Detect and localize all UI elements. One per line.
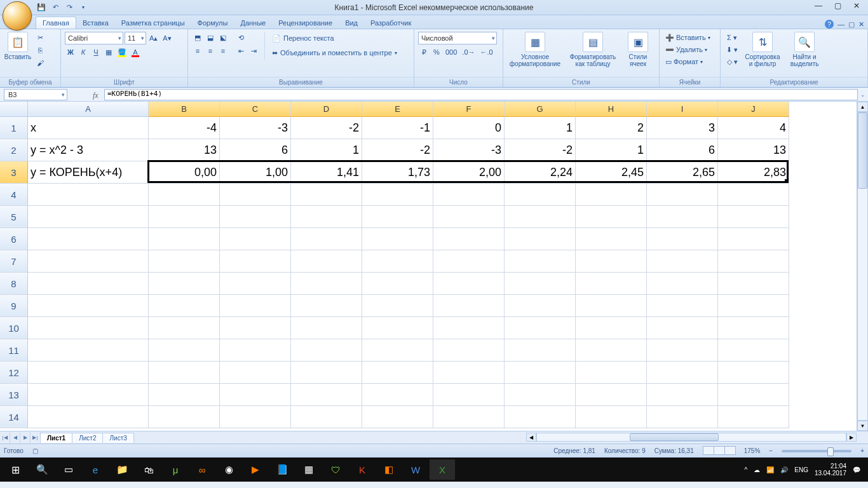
cell-B13[interactable] (149, 384, 220, 406)
qat-more-icon[interactable]: ▾ (78, 3, 89, 13)
hscroll-thumb[interactable] (630, 433, 719, 441)
tab-formulas[interactable]: Формулы (191, 17, 234, 29)
row-header-14[interactable]: 14 (0, 406, 28, 428)
cell-G1[interactable]: 1 (505, 117, 576, 139)
row-header-1[interactable]: 1 (0, 117, 28, 139)
cell-G13[interactable] (505, 384, 576, 406)
cell-G9[interactable] (505, 295, 576, 317)
cell-F3[interactable]: 2,00 (433, 161, 505, 184)
cell-I2[interactable]: 6 (647, 139, 718, 161)
align-bottom-icon[interactable]: ⬕ (217, 32, 229, 43)
sheet-tab-Лист2[interactable]: Лист2 (72, 433, 103, 443)
cell-D14[interactable] (291, 406, 362, 428)
border-icon[interactable]: ▦ (103, 46, 114, 58)
comma-icon[interactable]: 000 (444, 46, 459, 58)
cell-B14[interactable] (149, 406, 220, 428)
cell-C14[interactable] (220, 406, 291, 428)
cell-E12[interactable] (362, 362, 433, 384)
edge-icon[interactable]: e (83, 459, 108, 480)
row-header-8[interactable]: 8 (0, 273, 28, 295)
cell-G11[interactable] (505, 339, 576, 362)
find-select-button[interactable]: 🔍 Найти и выделить (785, 30, 824, 67)
tray-language[interactable]: ENG (794, 466, 808, 473)
tray-clock[interactable]: 21:04 13.04.2017 (815, 463, 846, 477)
cell-H8[interactable] (576, 273, 647, 295)
sheet-tab-Лист1[interactable]: Лист1 (40, 433, 72, 443)
cell-H11[interactable] (576, 339, 647, 362)
row-header-10[interactable]: 10 (0, 317, 28, 339)
cell-F10[interactable] (433, 317, 505, 339)
macro-record-icon[interactable]: ▢ (32, 447, 38, 454)
cell-B7[interactable] (149, 250, 220, 273)
tab-page-layout[interactable]: Разметка страницы (115, 17, 191, 29)
scroll-thumb[interactable] (858, 112, 867, 189)
percent-icon[interactable]: % (431, 46, 442, 58)
cell-B6[interactable] (149, 228, 220, 250)
cell-G3[interactable]: 2,24 (505, 161, 576, 184)
cell-A12[interactable] (28, 362, 149, 384)
grow-font-icon[interactable]: A▴ (147, 32, 159, 44)
cell-C8[interactable] (220, 273, 291, 295)
cell-C3[interactable]: 1,00 (220, 161, 291, 184)
tray-notifications-icon[interactable]: 💬 (853, 466, 860, 473)
cell-H13[interactable] (576, 384, 647, 406)
cell-J12[interactable] (718, 362, 789, 384)
cell-J5[interactable] (718, 206, 789, 228)
cell-B3[interactable]: 0,00 (149, 161, 220, 184)
cell-D2[interactable]: 1 (291, 139, 362, 161)
cell-I12[interactable] (647, 362, 718, 384)
cell-D7[interactable] (291, 250, 362, 273)
cell-F9[interactable] (433, 295, 505, 317)
cell-G7[interactable] (505, 250, 576, 273)
cell-D3[interactable]: 1,41 (291, 161, 362, 184)
col-header-G[interactable]: G (505, 102, 576, 117)
cell-C12[interactable] (220, 362, 291, 384)
row-header-7[interactable]: 7 (0, 250, 28, 273)
cell-G5[interactable] (505, 206, 576, 228)
col-header-J[interactable]: J (718, 102, 789, 117)
cell-F7[interactable] (433, 250, 505, 273)
cell-I13[interactable] (647, 384, 718, 406)
cell-F11[interactable] (433, 339, 505, 362)
cell-H3[interactable]: 2,45 (576, 161, 647, 184)
search-icon[interactable]: 🔍 (29, 459, 55, 480)
cell-C7[interactable] (220, 250, 291, 273)
col-header-F[interactable]: F (433, 102, 505, 117)
cell-A11[interactable] (28, 339, 149, 362)
cell-C2[interactable]: 6 (220, 139, 291, 161)
cell-styles-button[interactable]: ▣ Стили ячеек (623, 30, 653, 67)
cell-H6[interactable] (576, 228, 647, 250)
cell-D5[interactable] (291, 206, 362, 228)
cell-B4[interactable] (149, 184, 220, 206)
cell-I5[interactable] (647, 206, 718, 228)
delete-cells-button[interactable]: ➖Удалить▾ (663, 44, 717, 55)
cell-C5[interactable] (220, 206, 291, 228)
font-size-combo[interactable]: 11 (125, 32, 146, 44)
cell-H7[interactable] (576, 250, 647, 273)
utorrent-icon[interactable]: μ (163, 459, 188, 480)
cell-B2[interactable]: 13 (149, 139, 220, 161)
row-header-11[interactable]: 11 (0, 339, 28, 362)
tray-volume-icon[interactable]: 🔊 (780, 466, 788, 473)
cell-I6[interactable] (647, 228, 718, 250)
font-name-combo[interactable]: Calibri (65, 32, 123, 44)
tray-onedrive-icon[interactable]: ☁ (754, 466, 760, 473)
cell-I14[interactable] (647, 406, 718, 428)
cell-D4[interactable] (291, 184, 362, 206)
cell-H9[interactable] (576, 295, 647, 317)
row-header-4[interactable]: 4 (0, 184, 28, 206)
view-buttons[interactable] (703, 446, 735, 456)
cell-H4[interactable] (576, 184, 647, 206)
copy-icon[interactable]: ⎘ (34, 44, 46, 56)
cell-F5[interactable] (433, 206, 505, 228)
col-header-A[interactable]: A (28, 102, 149, 117)
tab-insert[interactable]: Вставка (76, 17, 115, 29)
cell-B9[interactable] (149, 295, 220, 317)
cell-D1[interactable]: -2 (291, 117, 362, 139)
cell-J4[interactable] (718, 184, 789, 206)
sheet-nav-first-icon[interactable]: |◀ (0, 432, 10, 444)
align-right-icon[interactable]: ≡ (217, 45, 229, 57)
row-header-2[interactable]: 2 (0, 139, 28, 161)
cell-D11[interactable] (291, 339, 362, 362)
paste-button[interactable]: 📋 Вставить (4, 30, 32, 60)
